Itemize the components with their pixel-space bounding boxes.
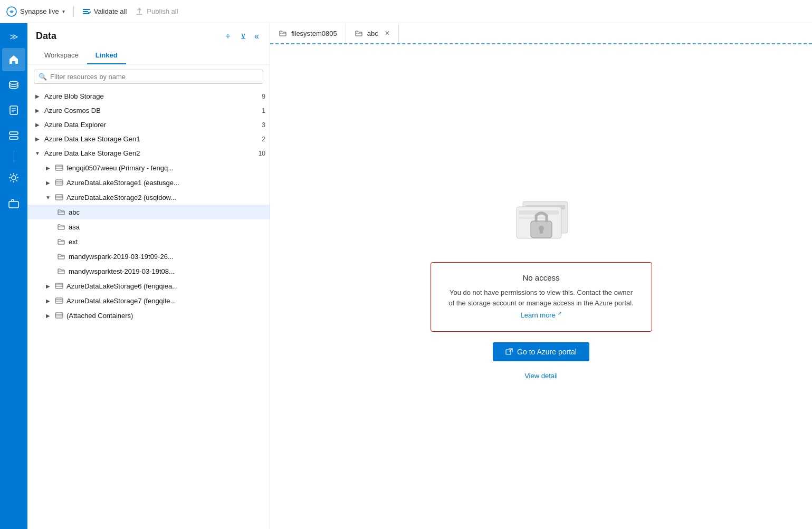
attached-containers-label: (Attached Containers) — [66, 312, 133, 320]
abc-tab-close-button[interactable]: ✕ — [385, 30, 390, 37]
content-tab-filesystem0805[interactable]: filesystem0805 — [270, 23, 346, 43]
top-bar: Synapse live ▾ Validate all Publish all — [0, 0, 812, 23]
publish-icon — [135, 7, 144, 16]
external-link-icon-btn — [505, 348, 513, 355]
expand-arrow-adls6: ▶ — [44, 283, 52, 289]
expand-arrow-fengqi: ▶ — [44, 165, 52, 171]
svg-rect-10 — [9, 137, 18, 139]
sidebar-item-integrate[interactable] — [2, 124, 25, 147]
synapse-chevron-icon: ▾ — [62, 8, 65, 14]
svg-rect-19 — [55, 195, 63, 200]
expand-arrow-adls1: ▶ — [44, 180, 52, 186]
blob-storage-label: Azure Blob Storage — [44, 92, 104, 100]
synapse-label: Synapse live — [20, 7, 59, 15]
svg-rect-47 — [540, 229, 543, 234]
tab-workspace[interactable]: Workspace — [36, 47, 87, 64]
sidebar-item-data[interactable] — [2, 73, 25, 97]
lock-illustration — [507, 194, 576, 252]
svg-rect-13 — [55, 165, 63, 170]
storage-icon-attached — [55, 311, 63, 320]
publish-label: Publish all — [147, 7, 178, 15]
adls1-label: AzureDataLakeStorage1 (eastusge... — [66, 179, 179, 187]
divider-1 — [73, 6, 74, 17]
expand-arrow-adls2: ▼ — [44, 195, 52, 200]
develop-icon — [8, 104, 20, 116]
validate-all-button[interactable]: Validate all — [82, 7, 127, 16]
abc-label: abc — [69, 208, 80, 216]
sidebar-item-develop[interactable] — [2, 99, 25, 122]
main-layout: ≫ — [0, 23, 812, 529]
filesystem-icon-mandywsparktest — [57, 267, 65, 275]
filter-button[interactable]: ⊻ — [238, 31, 248, 42]
collapse-sidebar-button[interactable]: ≫ — [5, 27, 23, 46]
resource-tree: ▶ Azure Blob Storage 9 ▶ Azure Cosmos DB… — [27, 89, 270, 529]
monitor-icon — [8, 172, 20, 184]
adls-gen2-count: 10 — [259, 150, 265, 157]
no-access-title: No access — [447, 273, 636, 282]
svg-rect-16 — [55, 180, 63, 185]
tree-item-ext[interactable]: ext — [27, 234, 270, 249]
tree-item-attached-containers[interactable]: ▶ (Attached Containers) — [27, 308, 270, 323]
storage-icon-adls7 — [55, 296, 63, 305]
fs0805-tab-icon — [279, 29, 287, 37]
tab-linked[interactable]: Linked — [87, 47, 126, 64]
manage-icon — [8, 197, 20, 209]
tree-item-mandywspark[interactable]: mandywspark-2019-03-19t09-26... — [27, 249, 270, 264]
synapse-live-selector[interactable]: Synapse live ▾ — [6, 6, 65, 17]
tree-item-cosmos-db[interactable]: ▶ Azure Cosmos DB 1 — [27, 103, 270, 118]
tree-item-mandywsparktest[interactable]: mandywsparktest-2019-03-19t08... — [27, 264, 270, 278]
tree-item-blob-storage[interactable]: ▶ Azure Blob Storage 9 — [27, 89, 270, 103]
publish-all-button[interactable]: Publish all — [135, 7, 178, 16]
tree-item-asa[interactable]: asa — [27, 219, 270, 234]
fengqi-label: fengqi0507weeu (Primary - fengq... — [66, 164, 174, 172]
filesystem-icon-asa — [57, 223, 65, 231]
svg-rect-44 — [519, 217, 548, 219]
external-link-icon: ↗ — [558, 310, 562, 315]
svg-rect-30 — [55, 298, 63, 303]
tree-item-abc[interactable]: abc — [27, 205, 270, 219]
search-box: 🔍 — [34, 70, 263, 84]
data-explorer-label: Azure Data Explorer — [44, 121, 106, 129]
tree-item-fengqi[interactable]: ▶ fengqi0507weeu (Primary - fengq... — [27, 160, 270, 175]
sidebar-item-manage[interactable] — [2, 191, 25, 215]
sidebar-item-monitor[interactable] — [2, 166, 25, 189]
expand-arrow-cosmos: ▶ — [34, 108, 41, 113]
tree-item-adls7[interactable]: ▶ AzureDataLakeStorage7 (fengqite... — [27, 293, 270, 308]
sidebar-item-home[interactable] — [2, 48, 25, 71]
view-detail-link[interactable]: View detail — [524, 372, 558, 380]
svg-rect-33 — [55, 313, 63, 318]
ext-label: ext — [69, 238, 78, 246]
data-icon — [8, 79, 20, 91]
content-tab-abc[interactable]: abc ✕ — [346, 23, 399, 43]
svg-rect-48 — [506, 350, 511, 354]
search-input[interactable] — [50, 73, 259, 81]
collapse-panel-button[interactable]: « — [252, 31, 261, 42]
svg-rect-9 — [9, 132, 18, 134]
adls6-label: AzureDataLakeStorage6 (fengqiea... — [66, 282, 178, 290]
tree-item-adls6[interactable]: ▶ AzureDataLakeStorage6 (fengqiea... — [27, 278, 270, 293]
filesystem-icon-abc — [57, 208, 65, 216]
content-area: filesystem0805 abc ✕ — [270, 23, 812, 529]
search-icon: 🔍 — [39, 73, 47, 81]
expand-arrow-gen1: ▶ — [34, 136, 41, 142]
add-button[interactable]: ＋ — [222, 30, 234, 43]
svg-rect-1 — [83, 9, 90, 10]
svg-rect-2 — [83, 11, 88, 12]
expand-arrow-explorer: ▶ — [34, 122, 41, 128]
data-explorer-count: 3 — [262, 121, 265, 129]
tree-item-adls-gen1[interactable]: ▶ Azure Data Lake Storage Gen1 2 — [27, 132, 270, 146]
home-icon — [8, 54, 20, 65]
tree-item-data-explorer[interactable]: ▶ Azure Data Explorer 3 — [27, 118, 270, 132]
adls-gen1-label: Azure Data Lake Storage Gen1 — [44, 135, 140, 143]
learn-more-label: Learn more — [520, 311, 555, 319]
validate-icon — [82, 7, 91, 16]
svg-point-4 — [9, 81, 18, 84]
asa-label: asa — [69, 223, 80, 231]
tree-item-adls1[interactable]: ▶ AzureDataLakeStorage1 (eastusge... — [27, 175, 270, 190]
adls-gen1-count: 2 — [262, 136, 265, 143]
tree-item-adls2[interactable]: ▼ AzureDataLakeStorage2 (usqldow... — [27, 190, 270, 205]
tree-item-adls-gen2[interactable]: ▼ Azure Data Lake Storage Gen2 10 — [27, 146, 270, 160]
learn-more-link[interactable]: Learn more ↗ — [520, 311, 561, 319]
go-to-azure-portal-button[interactable]: Go to Azure portal — [493, 342, 589, 361]
no-access-desc-text: You do not have permissions to view this… — [448, 288, 634, 307]
